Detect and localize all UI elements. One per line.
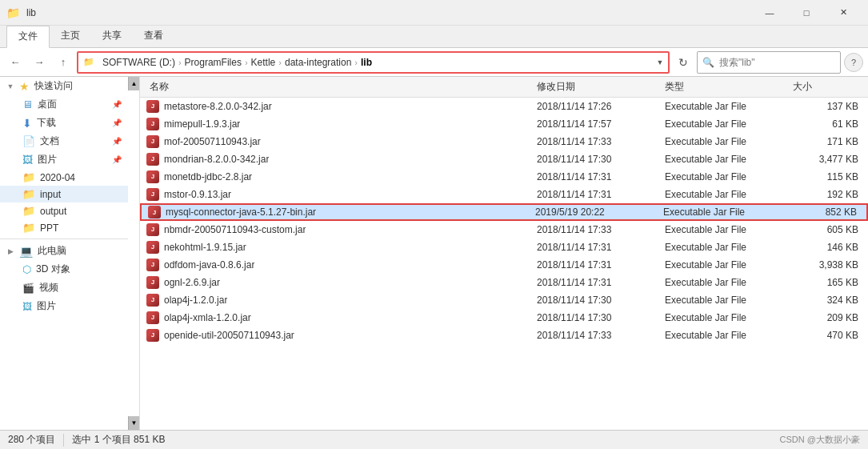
- sidebar-label-output: output: [40, 206, 66, 217]
- file-date: 2018/11/14 17:26: [534, 101, 662, 112]
- forward-button[interactable]: →: [29, 52, 50, 73]
- download-icon: ⬇: [22, 117, 32, 130]
- file-name-text: nbmdr-200507110943-custom.jar: [164, 224, 306, 235]
- jar-icon: J: [146, 241, 159, 254]
- file-name-text: openide-util-200507110943.jar: [164, 330, 294, 341]
- col-header-type[interactable]: 类型: [662, 80, 790, 94]
- title-bar-icon: 📁: [6, 6, 20, 19]
- sidebar-scroll-down[interactable]: ▼: [128, 416, 139, 430]
- tab-file[interactable]: 文件: [6, 26, 50, 48]
- jar-icon: J: [146, 276, 159, 289]
- watermark: CSDN @大数据小豪: [780, 434, 860, 446]
- table-row[interactable]: Jmstor-0.9.13.jar2018/11/14 17:31Executa…: [140, 186, 868, 203]
- sidebar-item-2020-04[interactable]: 📁 2020-04: [0, 169, 128, 186]
- breadcrumb-part-1[interactable]: ProgramFiles: [182, 57, 245, 68]
- sidebar-item-docs[interactable]: 📄 文档 📌: [0, 132, 128, 150]
- table-row[interactable]: Jmysql-connector-java-5.1.27-bin.jar2019…: [140, 203, 868, 221]
- breadcrumb-part-0[interactable]: SOFTWARE (D:): [99, 57, 178, 68]
- table-row[interactable]: Jolap4j-1.2.0.jar2018/11/14 17:30Executa…: [140, 291, 868, 309]
- breadcrumb: SOFTWARE (D:) › ProgramFiles › Kettle › …: [99, 57, 652, 68]
- folder-icon-input: 📁: [22, 188, 35, 200]
- pictures-icon: 🖼: [22, 154, 33, 166]
- file-type: Executable Jar File: [662, 242, 790, 253]
- sidebar-label-quick-access: 快速访问: [34, 79, 73, 93]
- help-button[interactable]: ?: [844, 53, 863, 72]
- table-row[interactable]: Jopenide-util-200507110943.jar2018/11/14…: [140, 327, 868, 344]
- file-name-text: mof-200507110943.jar: [164, 136, 261, 147]
- status-bar: 280 个项目 选中 1 个项目 851 KB CSDN @大数据小豪: [0, 430, 868, 449]
- sidebar-item-input[interactable]: 📁 input: [0, 186, 128, 202]
- sidebar-item-quick-access[interactable]: ▼ ★ 快速访问: [0, 77, 128, 95]
- column-headers: 名称 修改日期 类型 大小: [140, 77, 868, 98]
- file-type: Executable Jar File: [662, 259, 790, 271]
- sidebar-item-pictures[interactable]: 🖼 图片 📌: [0, 150, 128, 169]
- table-row[interactable]: Jmetastore-8.2.0.0-342.jar2018/11/14 17:…: [140, 98, 868, 115]
- search-bar[interactable]: 🔍: [697, 51, 841, 74]
- sidebar-item-download[interactable]: ⬇ 下载 📌: [0, 114, 128, 132]
- tab-home[interactable]: 主页: [50, 26, 91, 47]
- file-date: 2018/11/14 17:30: [534, 312, 662, 323]
- sidebar-item-pic2[interactable]: 🖼 图片: [0, 297, 128, 315]
- content-pane: 名称 修改日期 类型 大小 Jmetastore-8.2.0.0-342.jar…: [140, 77, 868, 430]
- sidebar-scroll-up[interactable]: ▲: [128, 77, 139, 90]
- file-size: 165 KB: [790, 277, 862, 288]
- nav-bar: ← → ↑ 📁 SOFTWARE (D:) › ProgramFiles › K…: [0, 48, 868, 77]
- file-type: Executable Jar File: [660, 206, 788, 218]
- sidebar-item-output[interactable]: 📁 output: [0, 202, 128, 219]
- jar-icon: J: [146, 188, 159, 201]
- file-type: Executable Jar File: [662, 171, 790, 182]
- tab-view[interactable]: 查看: [133, 26, 174, 47]
- table-row[interactable]: Jnekohtml-1.9.15.jar2018/11/14 17:31Exec…: [140, 239, 868, 256]
- tab-share[interactable]: 共享: [91, 26, 133, 47]
- back-button[interactable]: ←: [5, 52, 26, 73]
- sidebar-label-desktop: 桌面: [38, 98, 57, 111]
- refresh-button[interactable]: ↻: [673, 52, 694, 73]
- close-button[interactable]: ✕: [825, 0, 862, 26]
- table-row[interactable]: Jmonetdb-jdbc-2.8.jar2018/11/14 17:31Exe…: [140, 168, 868, 186]
- breadcrumb-part-2[interactable]: Kettle: [248, 57, 279, 68]
- file-size: 137 KB: [790, 101, 862, 112]
- table-row[interactable]: Jmondrian-8.2.0.0-342.jar2018/11/14 17:3…: [140, 150, 868, 168]
- expand-icon: ▼: [6, 82, 14, 90]
- pin-icon-3: 📌: [112, 137, 122, 146]
- address-bar[interactable]: 📁 SOFTWARE (D:) › ProgramFiles › Kettle …: [77, 51, 670, 74]
- address-dropdown-button[interactable]: ▼: [652, 51, 668, 74]
- table-row[interactable]: Jolap4j-xmla-1.2.0.jar2018/11/14 17:30Ex…: [140, 309, 868, 327]
- breadcrumb-part-3[interactable]: data-integration: [282, 57, 354, 68]
- sidebar-item-this-pc[interactable]: ▶ 💻 此电脑: [0, 242, 128, 260]
- pin-icon: 📌: [112, 100, 122, 109]
- col-header-size[interactable]: 大小: [790, 80, 862, 94]
- col-header-date[interactable]: 修改日期: [534, 80, 662, 94]
- sidebar-item-3d[interactable]: ⬡ 3D 对象: [0, 260, 128, 279]
- search-input[interactable]: [719, 57, 831, 68]
- sidebar-item-ppt[interactable]: 📁 PPT: [0, 219, 128, 236]
- video-icon: 🎬: [22, 283, 34, 294]
- col-header-name[interactable]: 名称: [146, 80, 534, 94]
- file-size: 209 KB: [790, 312, 862, 323]
- minimize-button[interactable]: —: [751, 0, 788, 26]
- jar-icon: J: [146, 153, 159, 166]
- file-name-text: olap4j-1.2.0.jar: [164, 295, 227, 306]
- table-row[interactable]: Jodfdom-java-0.8.6.jar2018/11/14 17:31Ex…: [140, 256, 868, 274]
- sidebar-item-desktop[interactable]: 🖥 桌面 📌: [0, 95, 128, 114]
- search-icon: 🔍: [698, 57, 719, 68]
- file-name-text: mysql-connector-java-5.1.27-bin.jar: [166, 206, 316, 218]
- sidebar-item-video[interactable]: 🎬 视频: [0, 279, 128, 297]
- file-name-text: mondrian-8.2.0.0-342.jar: [164, 154, 269, 165]
- star-icon: ★: [19, 80, 30, 93]
- table-row[interactable]: Jnbmdr-200507110943-custom.jar2018/11/14…: [140, 221, 868, 239]
- table-row[interactable]: Jognl-2.6.9.jar2018/11/14 17:31Executabl…: [140, 274, 868, 291]
- file-name-text: monetdb-jdbc-2.8.jar: [164, 171, 252, 182]
- maximize-button[interactable]: □: [788, 0, 825, 26]
- 3d-icon: ⬡: [22, 263, 31, 275]
- jar-icon: J: [146, 311, 159, 324]
- up-button[interactable]: ↑: [53, 52, 74, 73]
- table-row[interactable]: Jmimepull-1.9.3.jar2018/11/14 17:57Execu…: [140, 115, 868, 133]
- file-date: 2019/5/19 20:22: [532, 206, 660, 218]
- file-name-text: metastore-8.2.0.0-342.jar: [164, 101, 272, 112]
- table-row[interactable]: Jmof-200507110943.jar2018/11/14 17:33Exe…: [140, 133, 868, 150]
- file-date: 2018/11/14 17:30: [534, 154, 662, 165]
- file-date: 2018/11/14 17:33: [534, 136, 662, 147]
- file-size: 61 KB: [790, 118, 862, 130]
- breadcrumb-part-4[interactable]: lib: [358, 57, 375, 68]
